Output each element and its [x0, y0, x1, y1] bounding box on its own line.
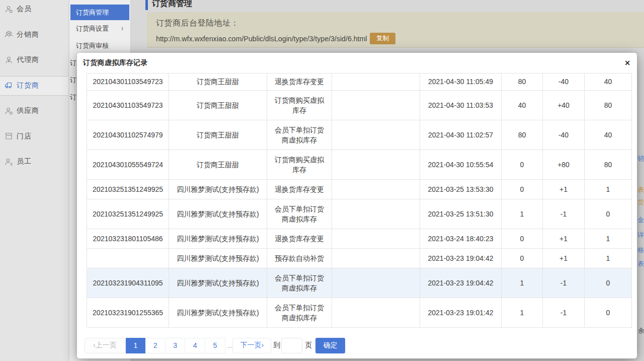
goto-page-label: 到 — [273, 341, 280, 350]
sidebar-item-label: 订货商 — [17, 81, 39, 90]
cell-order_no: 202104301103549723 — [87, 74, 169, 91]
cell-stock_after: 1 — [585, 249, 632, 268]
cell-time: 2021-04-30 11:05:49 — [420, 74, 502, 91]
cell-order_no — [87, 249, 169, 268]
cell-order_no: 202104301055549724 — [87, 150, 169, 180]
cell-time: 2021-03-23 19:04:42 — [420, 268, 502, 298]
cell-change_type: 预存款自动补货 — [267, 249, 332, 268]
copy-url-button[interactable]: 复制 — [370, 33, 395, 44]
cell-remark — [332, 229, 420, 249]
cell-dealer_name: 四川雅梦测试(支持预存款) — [169, 199, 267, 229]
staff-icon — [5, 158, 13, 166]
modal-body: 202104301103549723订货商王甜甜退换货库存变更2021-04-3… — [87, 73, 631, 328]
next-page-button[interactable]: 下一页› — [232, 338, 271, 353]
cell-stock_after: 80 — [585, 91, 632, 120]
cell-remark — [332, 120, 420, 150]
modal-header: 订货商虚拟库存记录 ✕ — [77, 53, 637, 73]
table-row: 202103251351249925四川雅梦测试(支持预存款)会员下单扣订货商虚… — [87, 199, 632, 229]
submenu-item-1[interactable]: 订货商管理 — [70, 5, 129, 20]
cell-time: 2021-04-30 11:02:57 — [420, 120, 502, 150]
cell-remark — [332, 249, 420, 268]
cell-change_type: 退换货库存变更 — [267, 180, 332, 199]
virtual-stock-record-modal: 订货商虚拟库存记录 ✕ 202104301103549723订货商王甜甜退换货库… — [77, 53, 637, 358]
sidebar-item-label: 分销商 — [17, 30, 39, 39]
sidebar-item-label: 员工 — [17, 157, 32, 166]
sidebar-item-5[interactable]: 供应商 — [0, 98, 68, 124]
page-number-5[interactable]: 5 — [205, 338, 225, 353]
sidebar-item-2[interactable]: 分销商 — [0, 22, 68, 48]
submenu-item-3[interactable]: 订货商审核 — [69, 37, 130, 54]
cell-remark — [332, 298, 420, 328]
goto-page-unit: 页 — [305, 341, 312, 350]
sidebar-item-6[interactable]: 门店 — [0, 124, 68, 150]
cell-stock_before: 80 — [502, 74, 543, 91]
covered-link-fragment: 货 — [637, 198, 644, 207]
submenu-item-2[interactable]: 订货商设置› — [69, 20, 130, 37]
cell-stock_change: +80 — [543, 150, 585, 180]
stock-record-table: 202104301103549723订货商王甜甜退换货库存变更2021-04-3… — [87, 73, 632, 328]
goto-page-input[interactable] — [281, 338, 302, 353]
agent-icon — [5, 56, 13, 64]
cell-change_type: 会员下单扣订货商虚拟库存 — [267, 298, 332, 328]
cell-order_no: 202103231901255365 — [87, 298, 169, 328]
cell-stock_after: 0 — [585, 199, 632, 229]
cell-stock_before: 80 — [502, 120, 543, 150]
cell-dealer_name: 四川雅梦测试(支持预存款) — [169, 180, 267, 199]
table-row: 202104301103549723订货商王甜甜退换货库存变更2021-04-3… — [87, 74, 632, 91]
distributor-icon — [5, 30, 13, 39]
sidebar-item-4[interactable]: 订货商 — [0, 73, 68, 99]
store-icon — [5, 132, 13, 140]
cell-dealer_name: 四川雅梦测试(支持预存款) — [169, 249, 267, 268]
cell-stock_before: 1 — [502, 298, 543, 328]
cell-order_no: 202104301103549723 — [87, 91, 169, 120]
chevron-right-icon: › — [121, 24, 123, 33]
cell-stock_after: 1 — [585, 180, 632, 199]
cell-remark — [332, 268, 420, 298]
cell-stock_before: 1 — [502, 268, 543, 298]
cell-change_type: 会员下单扣订货商虚拟库存 — [267, 199, 332, 229]
cell-stock_before: 0 — [502, 150, 543, 180]
cell-stock_after: 0 — [585, 268, 632, 298]
page-number-2[interactable]: 2 — [145, 338, 166, 353]
cell-stock_change: +1 — [543, 229, 585, 249]
cell-stock_change: +1 — [543, 249, 585, 268]
sidebar-item-3[interactable]: 代理商 — [0, 47, 68, 73]
page-number-1[interactable]: 1 — [126, 338, 146, 353]
member-icon — [5, 5, 13, 14]
cell-time: 2021-03-25 13:51:30 — [420, 199, 502, 229]
cell-dealer_name: 四川雅梦测试(支持预存款) — [169, 268, 267, 298]
cell-order_no: 202103251351249925 — [87, 199, 169, 229]
cell-stock_before: 0 — [502, 249, 543, 268]
sidebar-item-1[interactable]: 会员 — [0, 0, 68, 22]
cell-stock_change: +40 — [543, 91, 585, 120]
supplier-icon — [5, 107, 13, 115]
dealer-icon — [5, 81, 13, 90]
close-icon[interactable]: ✕ — [623, 58, 632, 67]
cell-dealer_name: 订货商王甜甜 — [169, 150, 267, 180]
cell-dealer_name: 四川雅梦测试(支持预存款) — [169, 229, 267, 249]
prev-page-button[interactable]: ‹上一页 — [85, 338, 125, 353]
cell-order_no: 202104301102574979 — [87, 120, 169, 150]
cell-order_no: 202103251351249925 — [87, 180, 169, 199]
cell-stock_after: 1 — [585, 229, 632, 249]
cell-change_type: 退换货库存变更 — [267, 74, 332, 91]
cell-order_no: 202103231904311095 — [87, 268, 169, 298]
cell-stock_change: -1 — [543, 268, 585, 298]
table-row: 202103231901255365四川雅梦测试(支持预存款)会员下单扣订货商虚… — [87, 298, 632, 328]
cell-time: 2021-04-30 11:03:53 — [420, 91, 502, 120]
login-url-label: 订货商后台登陆地址： — [156, 18, 239, 29]
cell-stock_after: 40 — [585, 74, 632, 91]
pagination-bar: ‹上一页 12345 ... 下一页› 到 页 确定 — [85, 337, 629, 353]
goto-confirm-button[interactable]: 确定 — [315, 338, 345, 353]
cell-stock_before: 0 — [502, 180, 543, 199]
primary-sidebar: 会员分销商代理商订货商供应商门店员工 — [0, 0, 69, 361]
cell-stock_after: 40 — [585, 120, 632, 150]
page-number-3[interactable]: 3 — [166, 338, 186, 353]
sidebar-item-label: 代理商 — [17, 55, 39, 64]
page-number-4[interactable]: 4 — [185, 338, 205, 353]
sidebar-item-label: 供应商 — [17, 106, 39, 115]
cell-change_type: 会员下单扣订货商虚拟库存 — [267, 268, 332, 298]
cell-change_type: 退换货库存变更 — [267, 229, 332, 249]
cell-dealer_name: 订货商王甜甜 — [169, 74, 267, 91]
sidebar-item-7[interactable]: 员工 — [0, 149, 68, 175]
